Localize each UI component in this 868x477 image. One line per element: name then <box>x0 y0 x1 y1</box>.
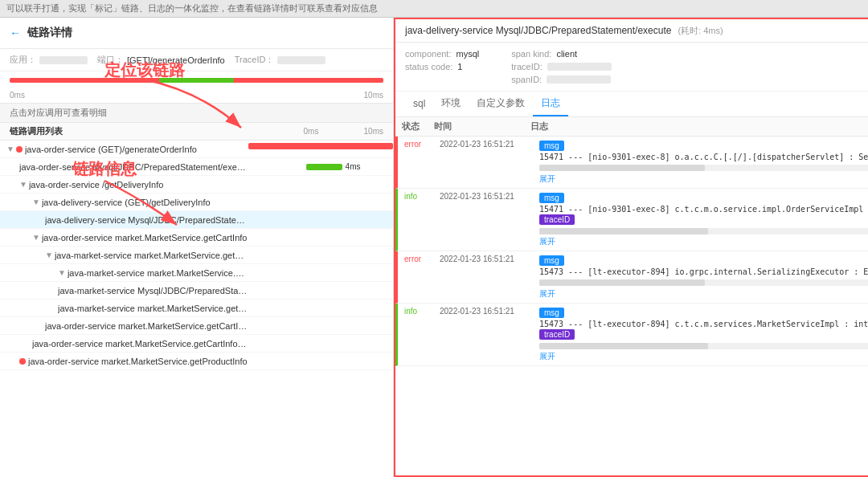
service-row-12[interactable]: java-order-service market.MarketService.… <box>0 335 393 353</box>
service-row-10[interactable]: java-market-service market.MarketService… <box>0 300 393 317</box>
app-value-placeholder <box>39 56 88 64</box>
col-time-start: 0ms <box>287 127 335 136</box>
log-header-log: 日志 <box>530 120 868 132</box>
log-status-1: error <box>404 140 436 149</box>
badge-msg-1: msg <box>539 141 564 151</box>
svc-bar-8 <box>248 267 393 279</box>
scrollbar-3[interactable]: ▶ <box>539 278 868 287</box>
log-time-2: 2022-01-23 16:51:21 <box>440 192 536 201</box>
scroll-track-4 <box>539 343 868 349</box>
log-text-3: 15473 --- [lt-executor-894] io.grpc.inte… <box>539 267 868 276</box>
scale-end: 10ms <box>364 91 383 100</box>
scrollbar-2[interactable] <box>539 228 868 234</box>
scroll-thumb-2 <box>539 228 708 234</box>
service-row-7[interactable]: ▼ java-market-service market.MarketServi… <box>0 247 393 264</box>
timeline-scale-labels: 0ms 10ms <box>10 91 383 100</box>
log-content-3: msg 15473 --- [lt-executor-894] io.grpc.… <box>539 255 868 300</box>
expand-btn-2[interactable]: 展开 <box>539 236 868 247</box>
log-status-2: info <box>404 192 436 201</box>
expand-3: ▼ <box>19 180 27 189</box>
log-entry-4: info 2022-01-23 16:51:21 msg 15473 --- [… <box>395 304 868 366</box>
service-row-5[interactable]: java-delivery-service Mysql/JDBC/Prepare… <box>0 211 393 229</box>
svc-name-2: java-order-service Mysql/JDBC/PreparedSt… <box>19 162 248 172</box>
back-button[interactable]: ← <box>10 26 21 39</box>
bar-1 <box>248 143 393 149</box>
scrollbar-4[interactable] <box>539 343 868 349</box>
left-panel: ← 链路详情 应用： 端口： [GET]/generateOrderInfo T… <box>0 18 394 477</box>
app-info-bar: 应用： 端口： [GET]/generateOrderInfo TraceID： <box>0 49 393 71</box>
svc-name-9: java-market-service Mysql/JDBC/PreparedS… <box>58 286 248 296</box>
app-info-port: 端口： [GET]/generateOrderInfo <box>97 54 225 66</box>
app-info-app: 应用： <box>10 54 88 66</box>
port-label: 端口： <box>97 54 124 66</box>
expand-4: ▼ <box>32 198 40 206</box>
svc-bar-4 <box>248 196 393 209</box>
service-row-2[interactable]: java-order-service Mysql/JDBC/PreparedSt… <box>0 158 393 176</box>
expand-btn-1[interactable]: 展开 <box>539 173 868 185</box>
traceid-label: TraceID： <box>235 54 275 66</box>
tab-custom-params[interactable]: 自定义参数 <box>469 92 533 116</box>
status-code-label: status code: <box>405 62 452 71</box>
span-kind-value: client <box>556 49 577 59</box>
meta-spanid: spanID: <box>511 75 612 84</box>
service-list: ▼ java-order-service (GET)/generateOrder… <box>0 141 393 477</box>
right-panel-title-sub: (耗时: 4ms) <box>678 25 723 37</box>
service-row-9[interactable]: java-market-service Mysql/JDBC/PreparedS… <box>0 282 393 300</box>
service-row-6[interactable]: ▼ java-order-service market.MarketServic… <box>0 229 393 247</box>
expand-8: ▼ <box>58 268 66 277</box>
service-row-1[interactable]: ▼ java-order-service (GET)/generateOrder… <box>0 141 393 158</box>
log-time-4: 2022-01-23 16:51:21 <box>440 307 536 316</box>
left-panel-title: 链路详情 <box>27 26 72 40</box>
svc-bar-3 <box>248 178 393 191</box>
right-panel-title: java-delivery-service Mysql/JDBC/Prepare… <box>405 25 671 36</box>
expand-btn-3[interactable]: 展开 <box>539 288 868 300</box>
log-text-2: 15471 --- [nio-9301-exec-8] c.t.c.m.o.se… <box>539 205 868 214</box>
log-entry-4-header: info 2022-01-23 16:51:21 msg 15473 --- [… <box>404 307 868 362</box>
status-info-4: info <box>404 307 417 316</box>
service-row-11[interactable]: java-order-service market.MarketService.… <box>0 317 393 335</box>
port-value: [GET]/generateOrderInfo <box>127 55 225 65</box>
meta-status-code: status code: 1 <box>405 62 479 71</box>
svc-bar-7 <box>248 249 393 262</box>
right-title-area: java-delivery-service Mysql/JDBC/Prepare… <box>405 25 868 37</box>
right-panel: java-delivery-service Mysql/JDBC/Prepare… <box>394 18 868 477</box>
svc-bar-2: 4ms <box>248 161 393 173</box>
status-info-2: info <box>404 192 417 201</box>
meta-col-right: span kind: client traceID: spanID: <box>511 49 612 84</box>
service-row-13[interactable]: java-order-service market.MarketService.… <box>0 353 393 370</box>
tab-log[interactable]: 日志 <box>533 92 568 116</box>
svc-name-3: java-order-service /getDeliveryInfo <box>29 180 164 190</box>
svc-name-1: java-order-service (GET)/generateOrderIn… <box>25 145 197 154</box>
app-label: 应用： <box>10 54 36 66</box>
svc-bar-11 <box>248 320 393 332</box>
service-list-title: 链路调用列表 <box>10 125 287 137</box>
service-row-8[interactable]: ▼ java-market-service market.MarketServi… <box>0 264 393 282</box>
scroll-thumb-4 <box>539 343 708 349</box>
service-row-4[interactable]: ▼ java-delivery-service (GET)/getDeliver… <box>0 194 393 211</box>
meta-span-kind: span kind: client <box>511 49 612 59</box>
timeline-bars <box>10 75 383 89</box>
service-row-3[interactable]: ▼ java-order-service /getDeliveryInfo <box>0 176 393 194</box>
meta-component: component: mysql <box>405 49 479 59</box>
scroll-track-2 <box>539 228 868 234</box>
scroll-thumb-1 <box>539 165 705 171</box>
status-code-value: 1 <box>457 62 462 71</box>
tab-sql[interactable]: sql <box>405 93 433 116</box>
service-list-title-row: 链路调用列表 0ms 10ms <box>0 123 393 141</box>
scrollbar-1[interactable]: ▶ <box>539 163 868 172</box>
expand-btn-4[interactable]: 展开 <box>539 351 868 362</box>
tab-env[interactable]: 环境 <box>433 92 469 116</box>
log-table: error 2022-01-23 16:51:21 msg 15471 --- … <box>395 137 868 475</box>
log-time-3: 2022-01-23 16:51:21 <box>440 255 536 263</box>
right-header: java-delivery-service Mysql/JDBC/Prepare… <box>395 19 868 43</box>
app-info-traceid: TraceID： <box>235 54 326 66</box>
log-entry-3: error 2022-01-23 16:51:21 msg 15473 --- … <box>395 251 868 304</box>
log-content-4: msg 15473 --- [lt-executor-894] c.t.c.m.… <box>539 307 868 362</box>
log-header-time: 时间 <box>434 120 530 132</box>
svc-bar-6 <box>248 231 393 244</box>
timeline-area: 0ms 10ms <box>0 71 393 104</box>
error-dot-13 <box>19 358 26 365</box>
log-entry-2: info 2022-01-23 16:51:21 msg 15471 --- [… <box>395 189 868 251</box>
component-value: mysql <box>456 49 479 59</box>
status-error-1: error <box>404 140 421 149</box>
